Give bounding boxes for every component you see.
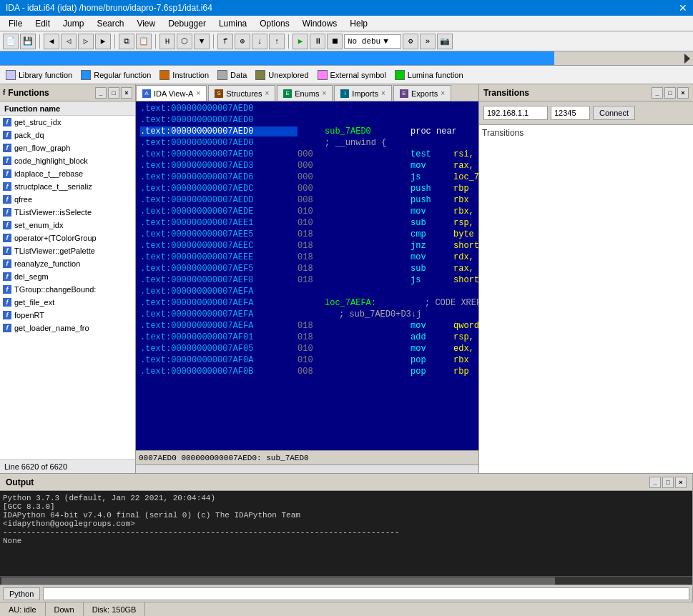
asm-line[interactable]: .text:000000000007AEDD008pushrbx [137,194,477,206]
tb-back-btn[interactable]: ◀ [44,34,59,49]
asm-line[interactable]: .text:000000000007AEE5018cmpbyte ptr [rd… [137,229,477,240]
asm-line[interactable]: .text:000000000007AED3000movrax, rsi [137,160,477,172]
tr-close-btn[interactable]: × [677,87,689,99]
fn-list-item[interactable]: fTGroup::changeBound: [0,283,135,296]
tb-stop-btn[interactable]: ⏹ [327,34,343,49]
tb-copy-btn[interactable]: ⧉ [119,34,134,49]
menu-lumina[interactable]: Lumina [213,17,252,30]
enums-close-icon[interactable]: × [323,89,327,97]
fn-list-item[interactable]: ffopenRT [0,309,135,322]
fn-list-item[interactable]: fset_enum_idx [0,219,135,232]
fn-list-item[interactable]: fstructplace_t__serializ [0,180,135,193]
output-max-btn[interactable]: □ [662,477,674,488]
fn-list-item[interactable]: fTListViewer::getPalette [0,244,135,257]
tb-new-btn[interactable]: 📄 [3,34,19,49]
menu-help[interactable]: Help [344,17,373,30]
tb-func-btn[interactable]: f [217,34,233,49]
asm-line[interactable]: .text:000000000007AEE1010subrsp, 8 [137,217,477,229]
tb-graph-btn[interactable]: ⬡ [177,34,192,49]
tb-back2-btn[interactable]: ◁ [61,34,77,49]
tb-save-btn[interactable]: 💾 [20,34,36,49]
output-scrollbar[interactable] [0,576,692,585]
asm-line[interactable]: .text:000000000007AED0 sub_7AED0proc nea… [137,126,477,137]
tb-xref-btn[interactable]: ⊕ [235,34,250,49]
asm-line[interactable]: .text:000000000007AF01018addrsp, 8 [137,332,477,343]
fn-list-item[interactable]: fcode_highlight_block [0,154,135,167]
transitions-ip-input[interactable] [483,106,548,120]
menu-file[interactable]: File [3,17,28,30]
tab-imports[interactable]: I Imports × [334,85,392,101]
tr-max-btn[interactable]: □ [664,87,676,99]
asm-view[interactable]: .text:000000000007AED0 .text:00000000000… [136,101,478,450]
menu-jump[interactable]: Jump [57,17,89,30]
asm-line[interactable]: .text:000000000007AEFA loc_7AEFA:; CODE … [137,297,477,309]
python-btn[interactable]: Python [3,587,40,600]
transitions-connect-btn[interactable]: Connect [593,106,635,120]
imports-close-icon[interactable]: × [381,89,385,97]
tb-settings-btn[interactable]: ⚙ [403,34,418,49]
tab-ida-view[interactable]: A IDA View-A × [136,85,207,101]
output-close-btn[interactable]: × [675,477,687,488]
menu-debugger[interactable]: Debugger [162,17,212,30]
asm-line[interactable]: .text:000000000007AF05010movedx, 1 [137,343,477,354]
asm-line[interactable]: .text:000000000007AF0A010poprbx [137,354,477,366]
fn-list-item[interactable]: fget_loader_name_fro [0,322,135,334]
menu-search[interactable]: Search [91,17,129,30]
fn-list-item[interactable]: foperator+(TColorGroup [0,232,135,244]
tb-down-btn[interactable]: ▼ [194,34,210,49]
asm-line[interactable]: .text:000000000007AEFA ; sub_7AED0+D3↓j [137,309,477,320]
fn-list-item[interactable]: fpack_dq [0,129,135,141]
tb-debug-dropdown[interactable]: No debu ▼ [344,34,401,49]
fn-list[interactable]: fget_struc_idxfpack_dqfgen_flow_graphfco… [0,116,135,459]
fn-panel-min-btn[interactable]: _ [95,87,107,99]
asm-line[interactable]: .text:000000000007AEF8018jsshort loc_7AF… [137,274,477,286]
fn-panel-close-btn[interactable]: × [121,87,132,99]
ida-view-close-icon[interactable]: × [196,89,200,97]
tb-paste-btn[interactable]: 📋 [136,34,152,49]
asm-line[interactable]: .text:000000000007AEFA018movqword ptr [r… [137,320,477,332]
menu-edit[interactable]: Edit [29,17,56,30]
fn-list-item[interactable]: fgen_flow_graph [0,141,135,154]
tb-pause-btn[interactable]: ⏸ [310,34,325,49]
menu-windows[interactable]: Windows [297,17,343,30]
output-min-btn[interactable]: _ [649,477,661,488]
asm-line[interactable]: .text:000000000007AEDC000pushrbp [137,183,477,194]
asm-line[interactable]: .text:000000000007AED0 [137,114,477,126]
asm-line[interactable]: .text:000000000007AEEE018movrdx, [rdi+0E… [137,252,477,263]
asm-line[interactable]: .text:000000000007AED0 [137,103,477,114]
tb-import-btn[interactable]: ↓ [252,34,267,49]
tb-snapshot-btn[interactable]: 📷 [437,34,453,49]
tb-fwd2-btn[interactable]: ▶ [95,34,111,49]
python-input[interactable] [43,587,689,600]
tb-export-btn[interactable]: ↑ [269,34,285,49]
structures-close-icon[interactable]: × [265,89,269,97]
asm-line[interactable]: .text:000000000007AEDE010movrbx, rdi [137,206,477,217]
asm-line[interactable]: .text:000000000007AED0 ; __unwind { [137,137,477,149]
tb-fwd-btn[interactable]: ▷ [78,34,94,49]
transitions-port-input[interactable] [551,106,590,120]
asm-line[interactable]: .text:000000000007AED0000testrsi, rsi [137,149,477,160]
tab-enums[interactable]: E Enums × [277,85,333,101]
exports-close-icon[interactable]: × [441,89,445,97]
fn-list-item[interactable]: fdel_segm [0,270,135,283]
asm-line[interactable]: .text:000000000007AEF5018subrax, [rdx] [137,263,477,274]
output-content[interactable]: Python 3.7.3 (default, Jan 22 2021, 20:0… [0,491,692,576]
asm-line[interactable]: .text:000000000007AED6000jsloc_7AF60 [137,172,477,183]
close-icon[interactable]: ✕ [679,2,687,14]
tr-min-btn[interactable]: _ [652,87,663,99]
fn-list-item[interactable]: fget_struc_idx [0,116,135,129]
tab-structures[interactable]: S Structures × [208,85,275,101]
fn-panel-max-btn[interactable]: □ [108,87,119,99]
asm-line[interactable]: .text:000000000007AEFA [137,286,477,297]
asm-line[interactable]: .text:000000000007AF0B008poprbp [137,366,477,377]
tb-more-btn[interactable]: » [420,34,436,49]
fn-list-item[interactable]: fqfree [0,193,135,206]
fn-list-item[interactable]: freanalyze_function [0,257,135,270]
fn-list-item[interactable]: fidaplace_t__rebase [0,167,135,180]
fn-list-item[interactable]: fget_file_ext [0,296,135,309]
tb-run-btn[interactable]: ▶ [293,34,308,49]
asm-line[interactable]: .text:000000000007AEEC018jnzshort loc_7A… [137,240,477,252]
asm-scrollbar-h[interactable] [136,465,478,473]
tb-hex-btn[interactable]: H [159,34,175,49]
fn-list-item[interactable]: fTListViewer::isSelecte [0,206,135,219]
